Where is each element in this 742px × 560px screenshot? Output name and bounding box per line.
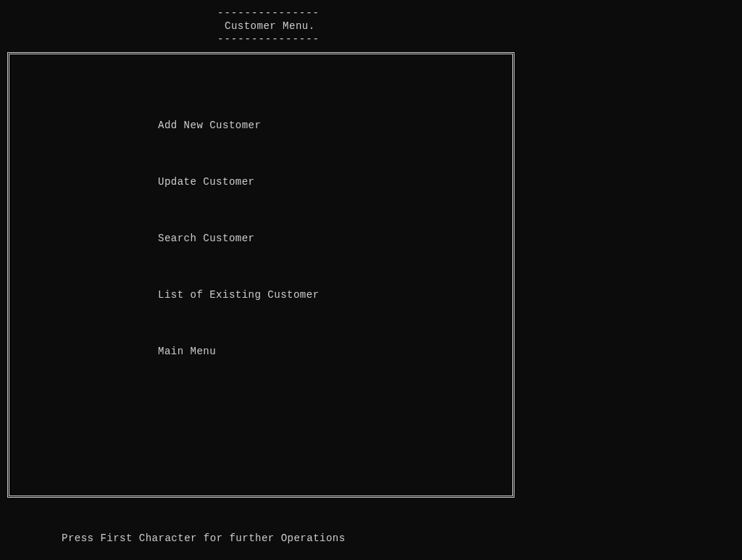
menu-header: --------------- Customer Menu. ---------… xyxy=(0,0,742,45)
header-dash-top: --------------- xyxy=(217,7,742,19)
menu-item-add-new-customer[interactable]: Add New Customer xyxy=(158,120,512,131)
header-dash-bottom: --------------- xyxy=(217,33,742,45)
footer-hint: Press First Character for further Operat… xyxy=(0,498,742,544)
menu-item-list-existing-customer[interactable]: List of Existing Customer xyxy=(158,289,512,301)
menu-list: Add New Customer Update Customer Search … xyxy=(9,54,512,357)
menu-item-search-customer[interactable]: Search Customer xyxy=(158,233,512,244)
menu-frame: Add New Customer Update Customer Search … xyxy=(7,52,514,498)
menu-title: Customer Menu. xyxy=(217,19,742,33)
menu-item-main-menu[interactable]: Main Menu xyxy=(158,346,512,357)
menu-item-update-customer[interactable]: Update Customer xyxy=(158,176,512,188)
